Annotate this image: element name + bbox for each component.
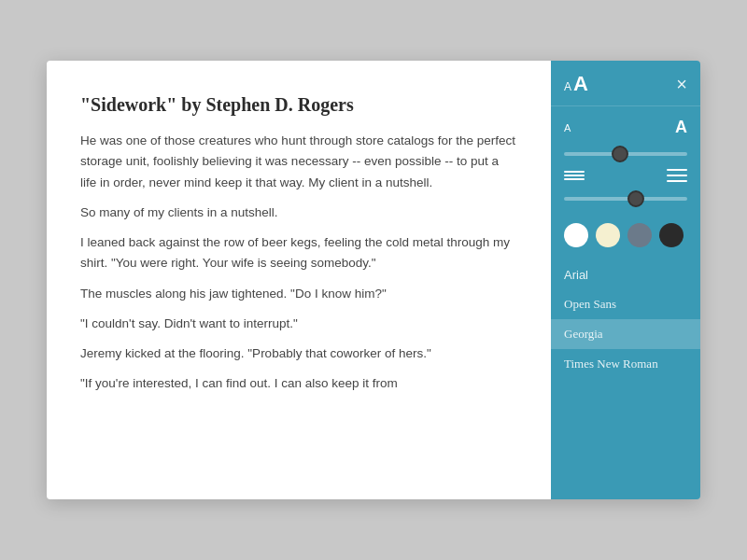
font-size-small-label: A: [564, 80, 571, 93]
story-paragraph: "I couldn't say. Didn't want to interrup…: [80, 314, 517, 334]
settings-panel: A A × A A: [551, 61, 700, 499]
font-size-max-label: A: [675, 118, 687, 137]
spacing-icon-row: [564, 169, 687, 182]
font-size-min-label: A: [564, 122, 571, 133]
font-item-arial[interactable]: Arial: [551, 260, 700, 289]
story-paragraph: I leaned back against the row of beer ke…: [80, 232, 517, 274]
font-size-section: A A: [551, 106, 700, 165]
font-item-open-sans[interactable]: Open Sans: [551, 289, 700, 319]
line-spacing-section: [551, 165, 700, 214]
font-size-icon: A A: [564, 72, 588, 96]
font-size-label-row: A A: [564, 118, 687, 137]
story-text: He was one of those creatures who hunt t…: [80, 131, 517, 395]
reading-panel: "Sidework" by Stephen D. Rogers He was o…: [47, 61, 551, 499]
color-swatch-gray[interactable]: [627, 223, 652, 247]
line-spacing-slider[interactable]: [564, 197, 687, 201]
color-swatch-cream[interactable]: [596, 223, 620, 247]
font-size-large-label: A: [573, 72, 588, 96]
compact-spacing-icon: [564, 171, 585, 180]
story-paragraph: Jeremy kicked at the flooring. "Probably…: [80, 343, 517, 364]
story-paragraph: "If you're interested, I can find out. I…: [80, 373, 517, 394]
main-container: "Sidework" by Stephen D. Rogers He was o…: [47, 61, 700, 499]
story-title: "Sidework" by Stephen D. Rogers: [80, 94, 517, 116]
story-paragraph: He was one of those creatures who hunt t…: [80, 131, 517, 193]
story-paragraph: The muscles along his jaw tightened. "Do…: [80, 284, 517, 304]
color-section: [551, 214, 700, 257]
font-list: ArialOpen SansGeorgiaTimes New Roman: [551, 257, 700, 499]
font-size-slider[interactable]: [564, 152, 687, 156]
spacious-spacing-icon: [667, 169, 687, 182]
color-swatch-dark[interactable]: [659, 223, 684, 247]
settings-header: A A ×: [551, 61, 700, 106]
font-item-times-new-roman[interactable]: Times New Roman: [551, 349, 700, 379]
font-item-georgia[interactable]: Georgia: [551, 319, 700, 349]
story-paragraph: So many of my clients in a nutshell.: [80, 203, 517, 223]
close-button[interactable]: ×: [676, 75, 687, 93]
color-swatch-white[interactable]: [564, 223, 588, 247]
